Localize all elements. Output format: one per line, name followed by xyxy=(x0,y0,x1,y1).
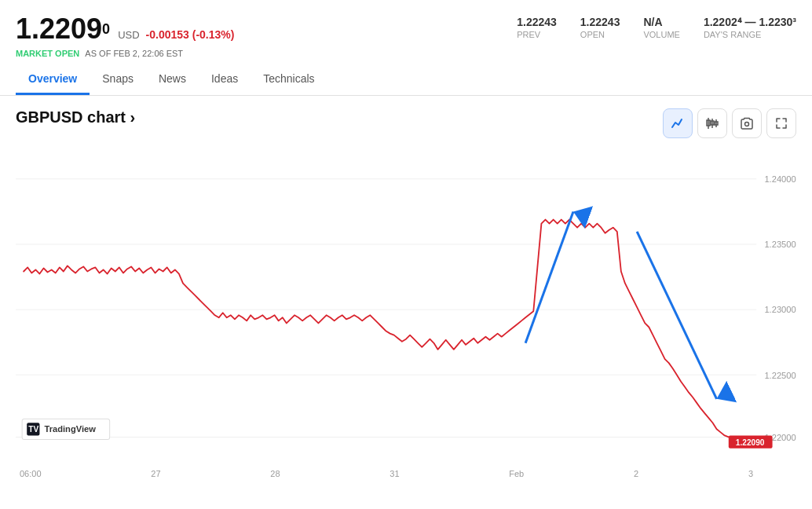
chart-title-link[interactable]: GBPUSD chart › xyxy=(16,108,135,126)
x-label-28: 28 xyxy=(270,469,280,478)
market-status: MARKET OPEN AS OF FEB 2, 22:06 EST xyxy=(16,49,796,58)
svg-line-21 xyxy=(525,211,573,342)
price-change: -0.00153 (-0.13%) xyxy=(146,28,235,41)
stats-row: 1.22243 PREV 1.22243 OPEN N/A VOLUME 1.2… xyxy=(517,16,796,39)
chart-container: 1.24000 1.23500 1.23000 1.22500 1.22000 … xyxy=(16,134,796,464)
stat-prev: 1.22243 PREV xyxy=(517,16,557,39)
x-label-feb: Feb xyxy=(509,469,524,478)
tab-snaps[interactable]: Snaps xyxy=(90,64,146,95)
svg-text:1.24000: 1.24000 xyxy=(764,174,796,184)
chart-svg: 1.24000 1.23500 1.23000 1.22500 1.22000 … xyxy=(16,134,796,464)
tab-news[interactable]: News xyxy=(146,64,199,95)
tab-technicals[interactable]: Technicals xyxy=(251,64,327,95)
price-currency: USD xyxy=(118,29,139,41)
svg-text:TV: TV xyxy=(28,425,38,434)
x-label-2: 2 xyxy=(634,469,638,478)
svg-text:1.23500: 1.23500 xyxy=(764,240,796,249)
svg-text:TradingView: TradingView xyxy=(45,424,97,434)
stat-volume: N/A VOLUME xyxy=(643,16,679,39)
svg-text:1.23000: 1.23000 xyxy=(764,305,796,314)
x-label-27: 27 xyxy=(151,469,160,478)
stat-open: 1.22243 OPEN xyxy=(580,16,620,39)
x-label-3: 3 xyxy=(748,469,753,478)
tab-overview[interactable]: Overview xyxy=(16,64,90,95)
x-label-0600: 06:00 xyxy=(20,469,42,478)
svg-point-6 xyxy=(745,123,749,126)
x-axis: 06:00 27 28 31 Feb 2 3 xyxy=(16,467,796,478)
x-label-31: 31 xyxy=(390,469,399,478)
stat-days-range: 1.2202⁴ — 1.2230³ DAY'S RANGE xyxy=(704,16,796,39)
tab-ideas[interactable]: Ideas xyxy=(199,64,251,95)
svg-text:1.22500: 1.22500 xyxy=(764,371,796,380)
svg-text:1.22090: 1.22090 xyxy=(736,438,765,447)
nav-tabs: Overview Snaps News Ideas Technicals xyxy=(16,64,796,95)
price-main: 1.22090 xyxy=(16,13,110,46)
